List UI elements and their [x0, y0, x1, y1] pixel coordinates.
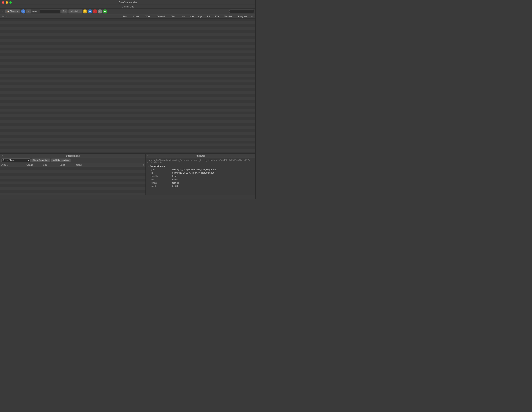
subscriptions-close-icon[interactable]: ×: [1, 155, 3, 157]
job-row[interactable]: [0, 33, 255, 36]
job-row[interactable]: [0, 82, 255, 85]
blue-action-button[interactable]: ↺: [88, 9, 92, 13]
job-row[interactable]: [0, 24, 255, 27]
job-row[interactable]: [0, 94, 255, 97]
close-traffic-light[interactable]: [2, 1, 4, 4]
job-row[interactable]: [0, 18, 255, 21]
subscription-row[interactable]: [0, 176, 145, 179]
job-row[interactable]: [0, 144, 255, 146]
job-row[interactable]: [0, 141, 255, 144]
subscription-row[interactable]: [0, 167, 145, 170]
job-row[interactable]: [0, 91, 255, 94]
subscription-row[interactable]: [0, 190, 145, 193]
subscription-row[interactable]: [0, 170, 145, 173]
col-maxrss[interactable]: MaxRss: [221, 15, 236, 18]
select-mine-button[interactable]: selectMine: [68, 9, 82, 13]
job-row[interactable]: [0, 68, 255, 71]
toolbar-close-icon[interactable]: ×: [1, 10, 4, 13]
job-row[interactable]: [0, 53, 255, 56]
attributes-tree: ▼ JobAttributes jobtesting-ts_04-opencue…: [146, 164, 255, 188]
col-wait[interactable]: Wait: [142, 15, 153, 18]
job-row[interactable]: [0, 88, 255, 91]
subscription-row[interactable]: [0, 193, 145, 195]
job-row[interactable]: [0, 45, 255, 47]
pcol-size[interactable]: Size: [43, 164, 60, 166]
refresh-button[interactable]: ↑: [21, 9, 25, 13]
job-row[interactable]: [0, 126, 255, 129]
maximize-traffic-light[interactable]: [9, 1, 12, 4]
job-row[interactable]: [0, 39, 255, 42]
job-row[interactable]: [0, 80, 255, 82]
job-row[interactable]: [0, 62, 255, 65]
job-row[interactable]: [0, 59, 255, 62]
subscription-row[interactable]: [0, 187, 145, 190]
job-row[interactable]: [0, 74, 255, 77]
job-row[interactable]: [0, 129, 255, 132]
col-eta[interactable]: ETA: [213, 15, 221, 18]
play-button[interactable]: ▶: [103, 9, 107, 13]
job-row[interactable]: [0, 100, 255, 103]
job-row[interactable]: [0, 56, 255, 59]
subscription-row[interactable]: [0, 179, 145, 182]
col-run[interactable]: Run: [119, 15, 131, 18]
job-row[interactable]: [0, 42, 255, 45]
job-row[interactable]: [0, 149, 255, 152]
job-row[interactable]: [0, 27, 255, 30]
job-row[interactable]: [0, 50, 255, 53]
select-input[interactable]: [40, 9, 60, 13]
up-button[interactable]: ↑: [26, 9, 31, 13]
pcol-usage[interactable]: Usage: [26, 164, 43, 166]
subscription-row[interactable]: [0, 182, 145, 184]
job-row[interactable]: [0, 109, 255, 111]
col-age[interactable]: Age: [196, 15, 204, 18]
select-show-dropdown[interactable]: Select Show: ▼: [1, 158, 30, 162]
job-row[interactable]: [0, 97, 255, 100]
job-row[interactable]: [0, 30, 255, 33]
pcol-expand-icon[interactable]: ⊞: [142, 164, 144, 166]
subscription-row[interactable]: [0, 184, 145, 187]
job-row[interactable]: [0, 117, 255, 120]
job-row[interactable]: [0, 111, 255, 114]
show-properties-button[interactable]: Show Properties: [31, 158, 50, 162]
pcol-used[interactable]: Used: [76, 164, 93, 166]
job-row[interactable]: [0, 36, 255, 39]
job-row[interactable]: [0, 21, 255, 24]
job-row[interactable]: [0, 106, 255, 109]
subscription-row[interactable]: [0, 173, 145, 176]
pcol-burst[interactable]: Burst: [60, 164, 76, 166]
job-row[interactable]: [0, 71, 255, 74]
col-cores[interactable]: Cores: [131, 15, 142, 18]
pause-button[interactable]: ⏸: [98, 9, 102, 13]
col-depend[interactable]: Depend: [153, 15, 168, 18]
col-job[interactable]: Job ▲: [1, 15, 119, 18]
shows-button[interactable]: 📋 Shows ▼: [5, 9, 20, 13]
job-row[interactable]: [0, 123, 255, 126]
pause-icon: ⏸: [99, 10, 101, 12]
job-row[interactable]: [0, 103, 255, 106]
job-row[interactable]: [0, 146, 255, 149]
job-row[interactable]: [0, 132, 255, 135]
job-row[interactable]: [0, 85, 255, 88]
pcol-alloc[interactable]: Alloc ▲: [1, 164, 26, 166]
job-row[interactable]: [0, 135, 255, 138]
minimize-traffic-light[interactable]: [6, 1, 8, 4]
subscriptions-col-header: Alloc ▲ Usage Size Burst Used ⊞: [0, 163, 145, 167]
col-expand-icon[interactable]: ⊞: [250, 15, 254, 18]
job-row[interactable]: [0, 138, 255, 141]
search-input[interactable]: [229, 9, 254, 13]
job-row[interactable]: [0, 65, 255, 68]
pacman-button[interactable]: 🟡: [83, 9, 87, 13]
add-subscription-button[interactable]: Add Subscription: [51, 158, 71, 162]
red-action-button[interactable]: ✕: [93, 9, 97, 13]
col-progress[interactable]: Progress: [236, 15, 250, 18]
col-total[interactable]: Total: [168, 15, 179, 18]
job-row[interactable]: [0, 47, 255, 50]
job-row[interactable]: [0, 77, 255, 80]
job-row[interactable]: [0, 114, 255, 117]
col-max[interactable]: Max: [188, 15, 196, 18]
attributes-close-icon[interactable]: ×: [147, 155, 148, 157]
clr-button[interactable]: Clr: [61, 9, 68, 13]
col-pri[interactable]: Pri: [204, 15, 213, 18]
job-row[interactable]: [0, 120, 255, 123]
col-min[interactable]: Min: [179, 15, 188, 18]
